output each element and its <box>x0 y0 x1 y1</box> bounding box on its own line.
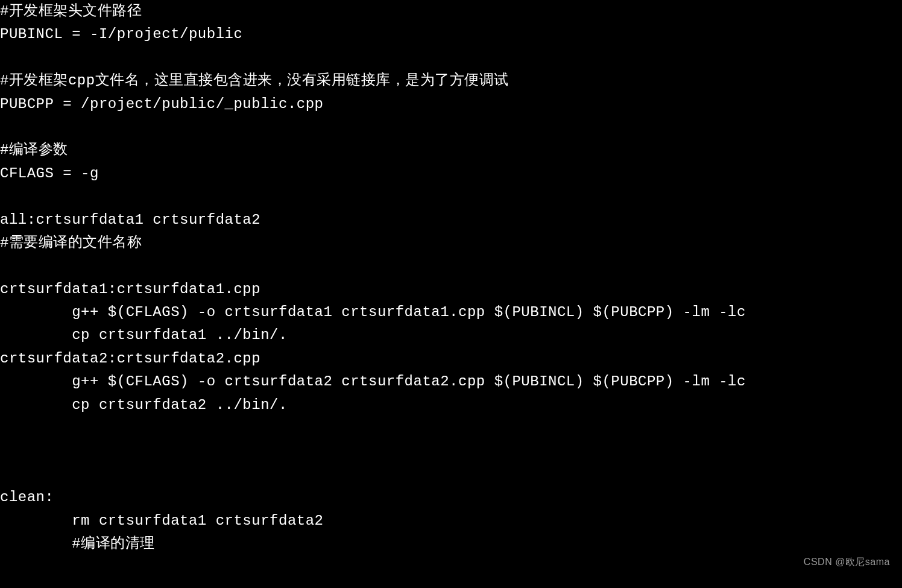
code-line: crtsurfdata1:crtsurfdata1.cpp <box>0 278 902 301</box>
terminal-code-block: #开发框架头文件路径PUBINCL = -I/project/public #开… <box>0 0 902 555</box>
code-line <box>0 463 902 486</box>
code-line <box>0 440 902 463</box>
code-line <box>0 116 902 139</box>
code-line <box>0 185 902 208</box>
code-line: g++ $(CFLAGS) -o crtsurfdata1 crtsurfdat… <box>0 301 902 324</box>
code-line: cp crtsurfdata2 ../bin/. <box>0 394 902 417</box>
code-line: cp crtsurfdata1 ../bin/. <box>0 324 902 347</box>
code-line: rm crtsurfdata1 crtsurfdata2 <box>0 510 902 533</box>
code-line: #开发框架头文件路径 <box>0 0 902 23</box>
code-line: g++ $(CFLAGS) -o crtsurfdata2 crtsurfdat… <box>0 370 902 393</box>
code-line: clean: <box>0 486 902 509</box>
code-line <box>0 46 902 69</box>
code-line: crtsurfdata2:crtsurfdata2.cpp <box>0 347 902 370</box>
code-line: #编译的清理 <box>0 533 902 555</box>
watermark-text: CSDN @欧尼sama <box>804 554 890 570</box>
code-line: CFLAGS = -g <box>0 162 902 185</box>
code-line: #开发框架cpp文件名，这里直接包含进来，没有采用链接库，是为了方便调试 <box>0 69 902 92</box>
code-line: #编译参数 <box>0 139 902 162</box>
code-line: #需要编译的文件名称 <box>0 232 902 254</box>
code-line: PUBINCL = -I/project/public <box>0 23 902 46</box>
code-line: all:crtsurfdata1 crtsurfdata2 <box>0 209 902 232</box>
code-line: PUBCPP = /project/public/_public.cpp <box>0 93 902 116</box>
code-line <box>0 254 902 277</box>
code-line <box>0 417 902 440</box>
